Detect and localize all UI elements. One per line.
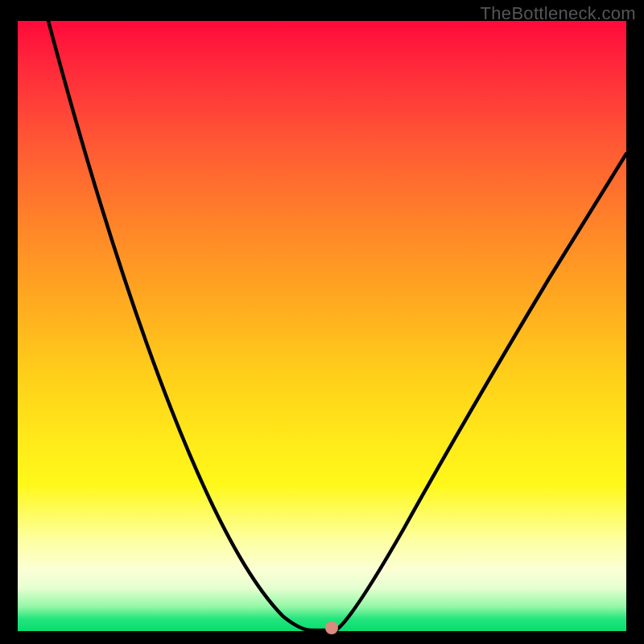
bottleneck-curve-path — [48, 21, 626, 630]
bottleneck-curve-svg — [18, 21, 626, 631]
optimum-marker-dot — [325, 621, 338, 634]
plot-area — [18, 21, 626, 631]
watermark-text: TheBottleneck.com — [481, 3, 636, 24]
